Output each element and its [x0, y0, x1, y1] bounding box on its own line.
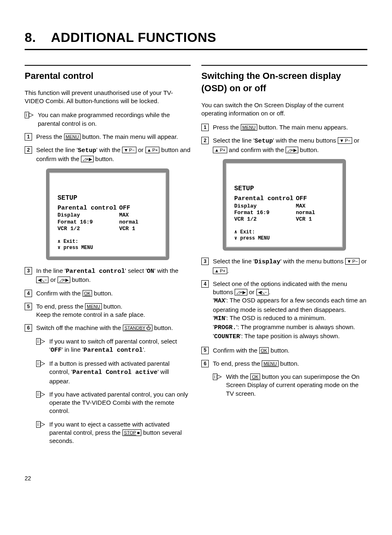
step-6: 6 Switch off the machine with the STANDB… [25, 324, 191, 332]
right-column: Switching the On-screen display (OSD) on… [201, 65, 367, 450]
tip-icon [36, 360, 45, 367]
menu-button-icon: MENU [64, 134, 81, 140]
step-3: 3 In the line 'Parental control' select … [25, 267, 191, 284]
step-number: 3 [201, 258, 209, 265]
p-plus-button-icon: ▲P+ [213, 268, 227, 274]
p-minus-button-icon: ▼P− [345, 258, 360, 265]
tip-text: You can make programmed recordings while… [38, 111, 191, 128]
step-number: 1 [201, 124, 209, 131]
step-number: 4 [201, 280, 209, 288]
step-1: 1 Press the MENU button. The main menu a… [201, 123, 367, 131]
right-button-icon: ◿+▶ [81, 156, 93, 162]
step-5: 5 To end, press the MENU button. Keep th… [25, 302, 191, 319]
tip-icon [36, 391, 45, 398]
step-number: 6 [25, 324, 32, 332]
ok-button-icon: OK [259, 347, 269, 354]
step-number: 2 [201, 137, 209, 144]
step-4: 4 Select one of the options indicated wi… [201, 280, 367, 341]
step-number: 3 [25, 267, 32, 274]
step-6: 6 To end, press the MENU button. [201, 360, 367, 368]
left-button-icon: ◀◺− [36, 277, 48, 283]
tip-row: If you have activated parental control, … [25, 390, 191, 415]
tip-row: You can make programmed recordings while… [25, 111, 191, 128]
p-minus-button-icon: ▼P− [338, 137, 352, 144]
left-column: Parental control This function will prev… [25, 65, 191, 450]
stop-button-icon: STOP ■ [122, 429, 141, 436]
intro-text: This function will prevent unauthorised … [25, 89, 191, 106]
tip-icon [25, 111, 34, 119]
menu-button-icon: MENU [262, 360, 278, 367]
osd-screen-illustration: SETUP Parental controlOFF DisplayMAX For… [223, 159, 346, 251]
right-button-icon: ◿+▶ [58, 277, 70, 283]
step-number: 5 [25, 303, 32, 310]
step-number: 2 [25, 146, 32, 154]
intro-text: You can switch the On Screen Display of … [201, 101, 367, 118]
step-3: 3 Select the line 'Display' with the men… [201, 257, 367, 275]
section-parental-control: Parental control [25, 70, 191, 82]
menu-button-icon: MENU [85, 303, 101, 310]
p-plus-button-icon: ▲P+ [145, 147, 160, 153]
step-number: 1 [25, 133, 32, 141]
horizontal-rule [25, 65, 191, 66]
tip-icon [213, 373, 222, 380]
step-number: 4 [25, 290, 32, 297]
menu-button-icon: MENU [241, 124, 257, 131]
page-number: 22 [25, 475, 367, 482]
step-body: Press the MENU button. The main menu wil… [36, 133, 191, 141]
step-4: 4 Confirm with the OK button. [25, 289, 191, 297]
section-osd: Switching the On-screen display (OSD) on… [201, 70, 367, 94]
step-number: 5 [201, 347, 209, 354]
left-button-icon: ◀◺− [256, 289, 269, 295]
osd-screen-illustration: SETUP Parental controlOFF DisplayMAX For… [46, 168, 169, 261]
tip-row: If you want to switch off parental contr… [25, 337, 191, 355]
step-number: 6 [201, 360, 209, 367]
tip-row: If a button is pressed with activated pa… [25, 360, 191, 385]
chapter-text: ADDITIONAL FUNCTIONS [51, 30, 216, 45]
p-plus-button-icon: ▲P+ [213, 147, 227, 153]
right-button-icon: ◿+▶ [235, 289, 247, 295]
ok-button-icon: OK [83, 290, 92, 297]
chapter-number: 8. [25, 30, 36, 45]
tip-row: With the OK button you can superimpose t… [201, 373, 367, 398]
step-2: 2 Select the line 'Setup' with the menu … [201, 136, 367, 154]
chapter-title: 8. ADDITIONAL FUNCTIONS [25, 29, 367, 50]
step-1: 1 Press the MENU button. The main menu w… [25, 133, 191, 141]
tip-icon [36, 338, 45, 345]
step-2: 2 Select the line 'Setup' with the ▼P− o… [25, 146, 191, 164]
step-body: Select the line 'Setup' with the ▼P− or … [36, 146, 191, 164]
step-5: 5 Confirm with the OK button. [201, 346, 367, 355]
horizontal-rule [201, 65, 367, 66]
standby-button-icon: STANDBY ⏻ [123, 325, 152, 331]
tip-icon [36, 421, 45, 428]
p-minus-button-icon: ▼P− [122, 147, 136, 153]
ok-button-icon: OK [250, 374, 260, 380]
tip-row: If you want to eject a cassette with act… [25, 420, 191, 445]
right-button-icon: ◿+▶ [286, 147, 298, 153]
